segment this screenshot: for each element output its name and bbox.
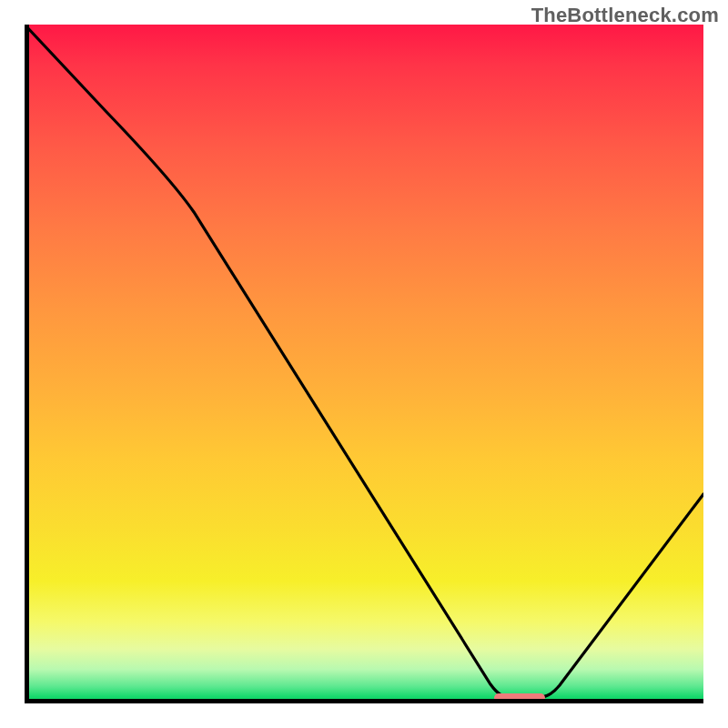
chart-container: TheBottleneck.com bbox=[0, 0, 728, 728]
bottleneck-curve bbox=[25, 25, 703, 698]
chart-svg bbox=[25, 25, 703, 703]
plot-area bbox=[25, 25, 703, 703]
optimal-marker bbox=[494, 693, 545, 703]
